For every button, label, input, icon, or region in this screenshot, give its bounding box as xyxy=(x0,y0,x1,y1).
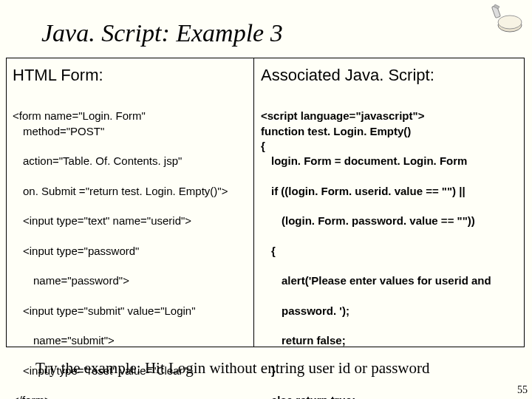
code-line: action="Table. Of. Contents. jsp" xyxy=(13,154,246,168)
left-heading: HTML Form: xyxy=(13,66,246,85)
right-heading: Associated Java. Script: xyxy=(261,66,519,85)
content-box: HTML Form: <form name="Login. Form" meth… xyxy=(6,58,525,347)
page-number: 55 xyxy=(517,384,528,396)
decoration-icon xyxy=(488,3,526,34)
slide: Java. Script: Example 3 HTML Form: <form… xyxy=(0,0,532,399)
html-form-code: <form name="Login. Form" method="POST" a… xyxy=(13,94,246,399)
code-line: method="POST" xyxy=(13,124,246,139)
left-column: HTML Form: <form name="Login. Form" meth… xyxy=(7,58,253,399)
code-line: <script language="javascript"> xyxy=(261,109,424,122)
code-line: alert('Please enter values for userid an… xyxy=(261,273,519,288)
code-line: function test. Login. Empty() xyxy=(261,125,411,137)
code-line: on. Submit ="return test. Login. Empty()… xyxy=(13,184,246,199)
code-line: name="submit"> xyxy=(13,333,246,348)
vertical-divider xyxy=(253,58,254,347)
code-line: <input type="submit" value="Login" xyxy=(13,304,246,318)
code-line: name="password"> xyxy=(13,273,246,288)
code-line: else return true; xyxy=(261,393,519,399)
code-line: <input type="password" xyxy=(13,244,246,259)
code-line: <form name="Login. Form" xyxy=(13,109,146,122)
slide-title: Java. Script: Example 3 xyxy=(41,19,283,47)
footer-note: Try the example: Hit Login without entri… xyxy=(35,359,430,378)
code-line: (login. Form. password. value == "")) xyxy=(261,214,519,228)
code-line: { xyxy=(261,244,519,259)
code-line: if ((login. Form. userid. value == "") |… xyxy=(261,184,519,199)
code-line: return false; xyxy=(261,333,519,348)
javascript-code: <script language="javascript"> function … xyxy=(261,94,519,399)
svg-point-1 xyxy=(498,16,522,29)
code-line: { xyxy=(261,140,265,152)
code-line: <input type="text" name="userid"> xyxy=(13,214,246,228)
code-line: password. '); xyxy=(261,304,519,318)
code-line: </form> xyxy=(13,394,51,399)
code-line: login. Form = document. Login. Form xyxy=(261,154,519,168)
right-column: Associated Java. Script: <script languag… xyxy=(255,58,525,399)
